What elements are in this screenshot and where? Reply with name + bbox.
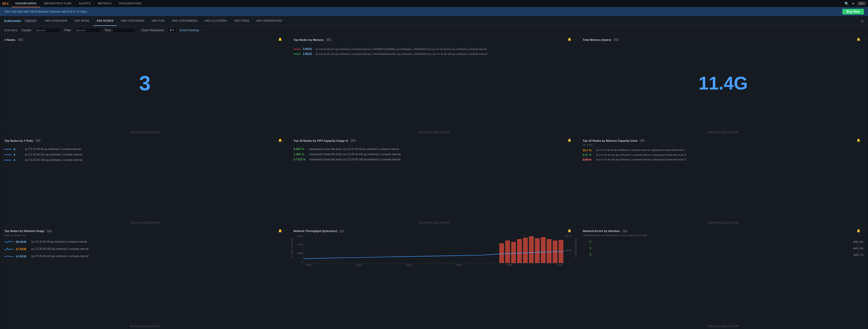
nav-integrations[interactable]: INTEGRATIONS: [115, 0, 145, 7]
card-pods-title: Top Nodes by # Pods 10s: [4, 139, 285, 142]
more-icon[interactable]: ⋯: [284, 138, 287, 142]
card-top-nodes-pods: Top Nodes by # Pods 10s 🔔 ⋯ 8 ip-172-20-…: [1, 136, 289, 226]
buy-now-button[interactable]: Buy Now: [842, 9, 864, 15]
more-icon[interactable]: ⋯: [284, 229, 287, 232]
card-memcap-title-text: Top 10 Nodes by Memory Capacity Used: [583, 139, 637, 142]
bell-icon[interactable]: 🔔: [857, 138, 861, 142]
card-total-memory-badge: 10s: [613, 38, 619, 42]
svg-rect-6: [517, 239, 522, 263]
add-icon[interactable]: +: [852, 1, 854, 6]
x-label-2300: 23:00: [356, 264, 362, 267]
tab-k8s-node[interactable]: K8S NODE: [71, 16, 92, 26]
nav-infrastructure[interactable]: INFRASTRUCTURE: [40, 0, 75, 7]
x-label-2330: 23:30: [506, 264, 513, 267]
pods-line-1: [4, 149, 11, 149]
memcap-pct-2: 6.57 %: [583, 154, 594, 157]
pods-value-1: 8: [14, 148, 23, 151]
more-icon[interactable]: ⋯: [573, 229, 576, 232]
cpu-text-3: sokayama3.cluster.k8s.local | ip-172-20-…: [309, 158, 574, 161]
card-memory-title-text: Top Nodes by Memory: [293, 38, 324, 42]
memory-line-1: [293, 49, 301, 49]
bell-icon[interactable]: 🔔: [857, 37, 861, 41]
memory-row-2: 3.862G ip-172-20-95-185.ap-northeast-1.c…: [293, 52, 574, 56]
tab-k8s-pod[interactable]: K8S POD: [149, 16, 168, 26]
card-nodes-icons: 🔔 ⋯: [278, 37, 287, 41]
bell-icon[interactable]: 🔔: [278, 37, 282, 41]
more-icon[interactable]: ⋯: [573, 37, 576, 41]
bell-icon[interactable]: 🔔: [567, 138, 571, 142]
memcap-pct-3: 2.66 %: [583, 158, 594, 161]
total-memory-timestamp: Tue 05 Nov 2019 23:49:30: [579, 131, 867, 134]
tab-k8s-containers[interactable]: K8S CONTAINERS: [169, 16, 201, 26]
svg-rect-11: [547, 239, 552, 263]
bell-icon[interactable]: 🔔: [278, 229, 282, 232]
svg-rect-7: [523, 238, 528, 263]
more-icon[interactable]: ⋯: [862, 229, 865, 232]
card-network-errors: Network Errors by Interface 10s 🔔 ⋯ Netw…: [579, 226, 867, 329]
cpu-pct-3: 0.7333 %: [293, 158, 307, 161]
tab-k8s-clusters[interactable]: K8S CLUSTERS: [202, 16, 230, 26]
memory-value-2: 3.862G: [303, 52, 314, 55]
card-errors-icons: 🔔 ⋯: [857, 229, 865, 232]
y-label-right-488: 48.8k: [566, 249, 575, 252]
pods-value-2: 5: [14, 153, 23, 156]
card-pods-badge: 10s: [35, 139, 41, 142]
bell-icon[interactable]: 🔔: [567, 37, 571, 41]
nav-dashboards[interactable]: DASHBOARDS: [12, 0, 40, 7]
card-total-memory-title: Total Memory (bytes) 10s: [583, 38, 864, 42]
search-icon[interactable]: 🔍: [844, 2, 849, 6]
tab-k8s-container[interactable]: K8S CONTAINER: [118, 16, 148, 26]
more-icon[interactable]: ⋯: [573, 138, 576, 142]
err-value-3: 0: [583, 253, 598, 256]
svg-rect-10: [541, 237, 546, 263]
net-value-1: 58.4KiB: [16, 240, 29, 243]
tab-k8s-pods[interactable]: K8S PODS: [231, 16, 252, 26]
bell-icon[interactable]: 🔔: [857, 229, 861, 232]
tab-k8s-nodes[interactable]: K8S NODES: [94, 16, 117, 26]
more-options-icon[interactable]: ⋯: [203, 28, 208, 33]
card-cpu-title: Top 10 Nodes by CPU Capacity Usage % 10s: [293, 139, 574, 142]
bell-icon[interactable]: 🔔: [567, 229, 571, 232]
memcap-pct-1: 10.7 %: [583, 149, 594, 152]
card-net-title-text: Top Nodes by Network Usage: [4, 229, 44, 232]
k8s-nav: Kubernetes read-only K8S OVERVIEW K8S NO…: [0, 16, 868, 26]
x-label-2320: 23:20: [456, 264, 462, 267]
event-overlay-button[interactable]: Event Overlay: [180, 28, 199, 32]
tab-k8s-operations[interactable]: K8S OPERATIONS: [253, 16, 285, 26]
nodes-timestamp: Tue 05 Nov 2019 23:49:30: [1, 131, 289, 134]
cluster-label: Cluster: [22, 28, 31, 32]
override-bar: Overrides: Cluster Filter Time Chart Res…: [0, 26, 868, 35]
net-squiggle-2: [4, 246, 14, 252]
svg-rect-8: [529, 236, 534, 263]
y-label-1-43m: 1.43M: [293, 235, 302, 238]
memcap-text-1: ip-172-20-40-39.ap-northeast-1.compute.i…: [596, 148, 864, 152]
net-value-3: 14.3KiB: [16, 255, 29, 258]
more-icon[interactable]: ⋯: [284, 37, 287, 41]
time-input[interactable]: [113, 28, 136, 33]
memcap-text-2: ip-172-20-40-241.ap-northeast-1.compute.…: [596, 154, 864, 157]
svg-rect-5: [511, 242, 516, 263]
card-net-title: Top Nodes by Network Usage 10s: [4, 229, 285, 233]
net-timestamp: Tue 05 Nov 2019 23:49:20: [1, 325, 289, 328]
pods-value-3: 4: [14, 159, 23, 162]
filter-input[interactable]: [73, 28, 101, 33]
err-value-1: 0: [583, 240, 598, 244]
filter-label: Filter: [64, 28, 71, 32]
pods-row-3: 4 ip-172-20-95-185.ap-northeast-1.comput…: [4, 157, 285, 163]
more-icon[interactable]: ⋯: [862, 138, 865, 142]
grid-icon[interactable]: ⊞: [861, 19, 864, 23]
bell-icon[interactable]: 🔔: [278, 138, 282, 142]
card-nodes: # Nodes 10s 🔔 ⋯ 3 Tue 05 Nov 2019 23:49:…: [1, 35, 289, 136]
cluster-input[interactable]: [33, 28, 61, 33]
chart-res-select[interactable]: ⊞ ▾: [167, 27, 177, 33]
card-cpu-icons: 🔔 ⋯: [567, 138, 576, 142]
card-net-icons: 🔔 ⋯: [278, 229, 287, 232]
card-errors-title: Network Errors by Interface 10s: [583, 229, 864, 233]
nav-metrics[interactable]: METRICS: [94, 0, 115, 7]
tab-k8s-overview[interactable]: K8S OVERVIEW: [42, 16, 70, 26]
cpu-pct-1: 8.850 %: [293, 147, 307, 150]
nav-alerts[interactable]: ALERTS: [75, 0, 95, 7]
trial-count: 10+: [858, 2, 866, 5]
trial-message: Your free trial with full Enterprise fea…: [4, 10, 88, 13]
more-icon[interactable]: ⋯: [862, 37, 865, 41]
